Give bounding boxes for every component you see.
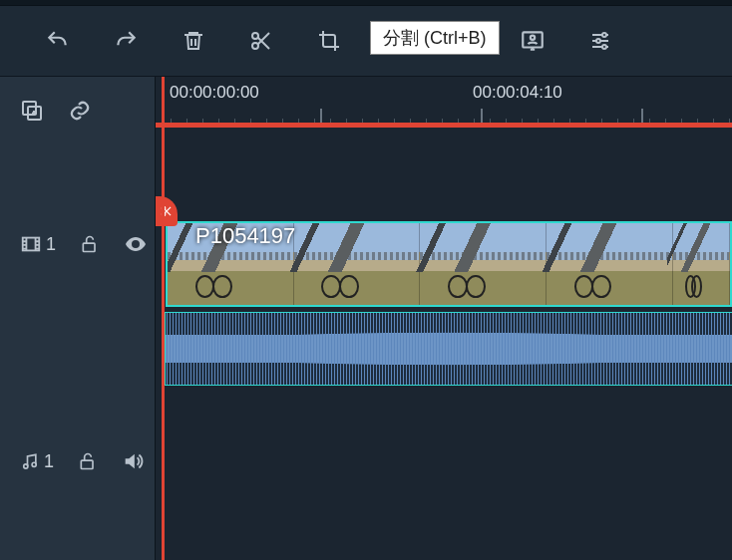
svg-point-6 xyxy=(531,36,535,40)
video-track-icon: 1 xyxy=(20,232,56,256)
undo-button[interactable] xyxy=(44,27,72,55)
timecode-mark: 00:00:04:10 xyxy=(473,83,562,103)
greenscreen-button[interactable] xyxy=(519,27,547,55)
video-visibility-icon[interactable] xyxy=(124,232,148,256)
svg-rect-13 xyxy=(83,243,95,251)
audio-mute-icon[interactable] xyxy=(122,449,144,473)
audio-clip[interactable] xyxy=(166,313,732,385)
audio-track-header[interactable]: 1 xyxy=(0,418,155,505)
audio-track-index: 1 xyxy=(44,451,54,472)
audio-waveform xyxy=(166,313,732,385)
svg-point-16 xyxy=(32,462,36,466)
svg-rect-17 xyxy=(81,460,93,468)
time-ruler[interactable]: 00:00:00:00 00:00:04:10 xyxy=(156,77,732,127)
timeline-toolbar: 分割 (Ctrl+B) xyxy=(0,6,732,77)
split-tooltip: 分割 (Ctrl+B) xyxy=(370,21,500,55)
svg-point-8 xyxy=(596,39,600,43)
svg-point-15 xyxy=(24,464,28,468)
timeline-area[interactable]: 00:00:00:00 00:00:04:10 P1054197 xyxy=(156,77,732,560)
svg-point-14 xyxy=(134,242,138,246)
svg-point-9 xyxy=(602,45,606,49)
video-lock-icon[interactable] xyxy=(80,232,100,256)
video-clip[interactable]: P1054197 xyxy=(166,221,732,307)
ruler-red-line xyxy=(156,123,732,128)
video-track-index: 1 xyxy=(46,234,56,255)
add-media-icon[interactable] xyxy=(20,99,44,123)
video-track-header[interactable]: 1 xyxy=(0,200,155,288)
link-icon[interactable] xyxy=(68,99,92,123)
crop-button[interactable] xyxy=(315,27,343,55)
svg-point-7 xyxy=(602,33,606,37)
split-button[interactable]: 分割 (Ctrl+B) xyxy=(247,27,275,55)
playhead-line[interactable] xyxy=(162,77,165,560)
adjust-button[interactable] xyxy=(586,27,614,55)
delete-button[interactable] xyxy=(180,27,207,55)
audio-track-icon: 1 xyxy=(20,449,54,473)
audio-lock-icon[interactable] xyxy=(78,449,98,473)
redo-button[interactable] xyxy=(112,27,140,55)
timecode-start: 00:00:00:00 xyxy=(170,83,259,103)
track-header-panel: 1 1 xyxy=(0,77,156,560)
clip-name: P1054197 xyxy=(195,223,295,249)
